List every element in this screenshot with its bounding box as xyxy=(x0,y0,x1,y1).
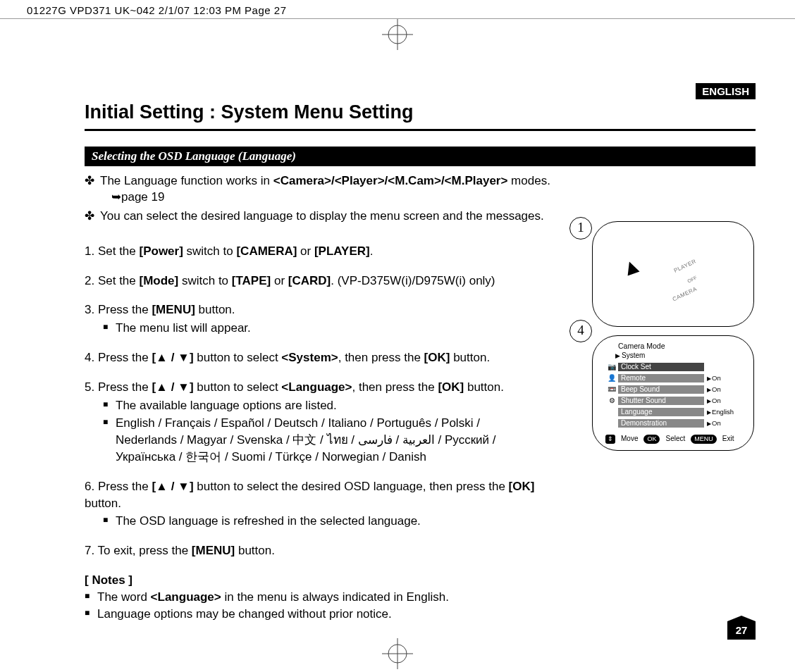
label-off: OFF xyxy=(686,275,698,283)
step-6: 6. Press the [▲ / ▼] button to select th… xyxy=(85,478,564,530)
page-number-badge: 27 xyxy=(727,616,756,640)
figure-number-4: 4 xyxy=(569,320,592,342)
menu-chip: MENU xyxy=(691,435,717,444)
figure-number-1: 1 xyxy=(569,217,592,239)
osd-submenu: ▶System xyxy=(615,351,744,360)
square-bullet-icon: ■ xyxy=(85,589,97,603)
figure-osd-menu: Camera Mode ▶System 📷 Clock Set 👤 Remote… xyxy=(592,335,754,451)
section-subhead: Selecting the OSD Language (Language) xyxy=(85,147,756,166)
square-bullet-icon: ■ xyxy=(103,513,116,527)
intro-line-2: You can select the desired language to d… xyxy=(100,209,544,225)
osd-title: Camera Mode xyxy=(618,342,744,351)
gear-icon: ⚙ xyxy=(605,397,618,405)
bullet-icon: ✤ xyxy=(85,173,100,189)
step-3: 3. Press the [MENU] button. ■The menu li… xyxy=(85,301,536,337)
figure-power-switch: PLAYER OFF CAMERA xyxy=(592,221,754,327)
osd-row-remote: 👤 Remote ▶On xyxy=(605,373,744,384)
notes-block: [ Notes ] ■ The word <Language> in the m… xyxy=(85,572,756,622)
arrow-up-icon xyxy=(623,259,639,275)
label-camera: CAMERA xyxy=(672,286,698,303)
osd-row-beep: 📼 Beep Sound ▶On xyxy=(605,384,744,395)
ok-chip: OK xyxy=(643,435,660,444)
page-title: Initial Setting : System Menu Setting xyxy=(85,101,756,123)
osd-row-demo: Demonstration ▶On xyxy=(605,418,744,429)
registration-mark-bottom xyxy=(382,638,413,669)
title-rule xyxy=(85,129,756,131)
tape-icon: 📼 xyxy=(605,385,618,394)
figure-area: 1 PLAYER OFF CAMERA 4 Camera Mode ▶Syste… xyxy=(572,221,756,451)
step-7: 7. To exit, press the [MENU] button. xyxy=(85,542,536,559)
osd-row-language: Language ▶English xyxy=(605,406,744,418)
square-bullet-icon: ■ xyxy=(103,397,116,411)
square-bullet-icon: ■ xyxy=(85,606,97,620)
person-icon: 👤 xyxy=(605,374,618,382)
label-player: PLAYER xyxy=(673,258,698,274)
square-bullet-icon: ■ xyxy=(103,320,116,334)
intro-block: ✤ The Language function works in <Camera… xyxy=(85,173,756,225)
registration-mark-top xyxy=(382,19,413,50)
updown-icon: ⇕ xyxy=(605,435,615,444)
steps-list: 1. Set the [Power] switch to [CAMERA] or… xyxy=(85,243,536,559)
osd-footer: ⇕Move OKSelect MENUExit xyxy=(605,435,744,444)
step-4: 4. Press the [▲ / ▼] button to select <S… xyxy=(85,349,536,366)
step-1: 1. Set the [Power] switch to [CAMERA] or… xyxy=(85,243,536,260)
intro-line-1: The Language function works in <Camera>/… xyxy=(100,173,550,206)
square-bullet-icon: ■ xyxy=(103,415,116,429)
notes-title: [ Notes ] xyxy=(85,573,132,587)
osd-row-shutter: ⚙ Shutter Sound ▶On xyxy=(605,395,744,406)
bullet-icon: ✤ xyxy=(85,209,100,225)
osd-row-clockset: 📷 Clock Set xyxy=(605,361,744,373)
step-5: 5. Press the [▲ / ▼] button to select <L… xyxy=(85,379,536,466)
language-badge: ENGLISH xyxy=(696,83,756,99)
camera-icon: 📷 xyxy=(605,363,618,371)
language-list: English / Français / Español / Deutsch /… xyxy=(116,415,536,465)
step-2: 2. Set the [Mode] switch to [TAPE] or [C… xyxy=(85,273,536,290)
print-header: 01227G VPD371 UK~042 2/1/07 12:03 PM Pag… xyxy=(27,4,287,16)
